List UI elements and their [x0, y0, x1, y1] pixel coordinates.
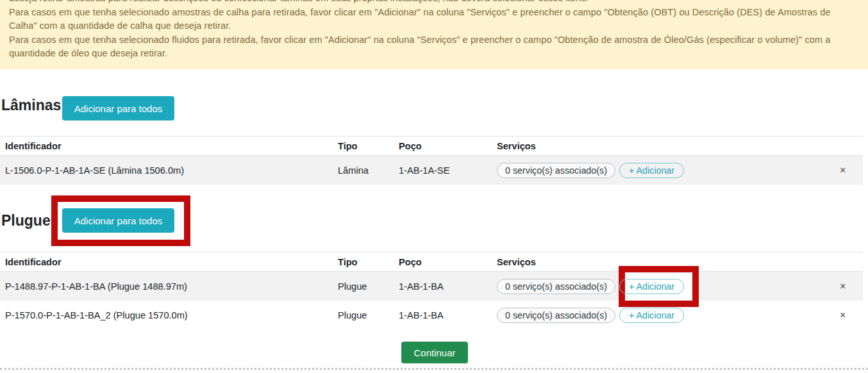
alert-line-1: deseja retirar amostras para realizar de… — [9, 0, 859, 6]
remove-row-button[interactable]: × — [840, 281, 846, 292]
laminas-table-header: Identificador Tipo Poço Serviços — [0, 136, 863, 156]
add-service-button[interactable]: + Adicionar — [619, 163, 684, 178]
add-service-button-highlighted[interactable]: + Adicionar — [619, 279, 684, 294]
row-tipo: Lâmina — [338, 165, 399, 176]
warning-alert-text: deseja retirar amostras para realizar de… — [0, 0, 868, 61]
laminas-section-title: Lâminas — [1, 97, 61, 114]
alert-line-3: Para casos em que tenha selecionado flui… — [9, 33, 859, 61]
services-count-badge: 0 serviço(s) associado(s) — [497, 279, 615, 294]
services-count-badge: 0 serviço(s) associado(s) — [497, 163, 615, 178]
plugues-section-title: Plugues — [1, 212, 58, 229]
row-poco: 1-AB-1-BA — [399, 310, 497, 320]
row-services-cell: 0 serviço(s) associado(s) + Adicionar — [497, 308, 840, 323]
row-remove-cell: × — [840, 165, 863, 176]
column-header-tipo: Tipo — [338, 141, 399, 151]
row-identificador: L-1506.0-P-1-AB-1A-SE (Lâmina 1506.0m) — [5, 165, 338, 176]
row-remove-cell: × — [840, 310, 863, 320]
row-services-cell: 0 serviço(s) associado(s) + Adicionar — [497, 279, 840, 294]
alert-line-2: Para casos em que tenha selecionado amos… — [9, 6, 859, 33]
page: deseja retirar amostras para realizar de… — [0, 0, 868, 373]
column-header-servicos: Serviços — [497, 141, 840, 151]
remove-row-button[interactable]: × — [840, 165, 846, 176]
services-count-badge: 0 serviço(s) associado(s) — [497, 308, 615, 323]
column-header-identificador: Identificador — [5, 257, 338, 267]
row-identificador: P-1488.97-P-1-AB-1-BA (Plugue 1488.97m) — [5, 281, 338, 292]
row-poco: 1-AB-1-BA — [399, 281, 497, 292]
laminas-table: Identificador Tipo Poço Serviços L-1506.… — [0, 136, 863, 185]
row-tipo: Plugue — [338, 281, 399, 292]
warning-alert: deseja retirar amostras para realizar de… — [0, 0, 868, 69]
row-identificador: P-1570.0-P-1-AB-1-BA_2 (Plugue 1570.0m) — [5, 310, 338, 320]
column-header-poco: Poço — [399, 257, 497, 267]
row-tipo: Plugue — [338, 310, 399, 320]
row-remove-cell: × — [840, 281, 863, 292]
row-services-cell: 0 serviço(s) associado(s) + Adicionar — [497, 163, 840, 178]
laminas-add-all-button[interactable]: Adicionar para todos — [62, 96, 174, 120]
row-poco: 1-AB-1A-SE — [399, 165, 497, 176]
remove-row-button[interactable]: × — [840, 310, 846, 320]
laminas-table-row: L-1506.0-P-1-AB-1A-SE (Lâmina 1506.0m) L… — [0, 156, 863, 185]
dotted-separator — [0, 368, 868, 370]
plugues-add-all-button[interactable]: Adicionar para todos — [62, 208, 174, 233]
column-header-tipo: Tipo — [338, 257, 399, 267]
plugues-table: Identificador Tipo Poço Serviços P-1488.… — [0, 252, 863, 329]
column-header-identificador: Identificador — [5, 141, 338, 151]
continue-button[interactable]: Continuar — [401, 342, 468, 363]
add-service-button[interactable]: + Adicionar — [619, 308, 684, 323]
column-header-poco: Poço — [399, 141, 497, 151]
plugues-table-header: Identificador Tipo Poço Serviços — [0, 252, 863, 272]
plugues-table-row: P-1488.97-P-1-AB-1-BA (Plugue 1488.97m) … — [0, 272, 863, 301]
plugues-table-row: P-1570.0-P-1-AB-1-BA_2 (Plugue 1570.0m) … — [0, 301, 863, 329]
